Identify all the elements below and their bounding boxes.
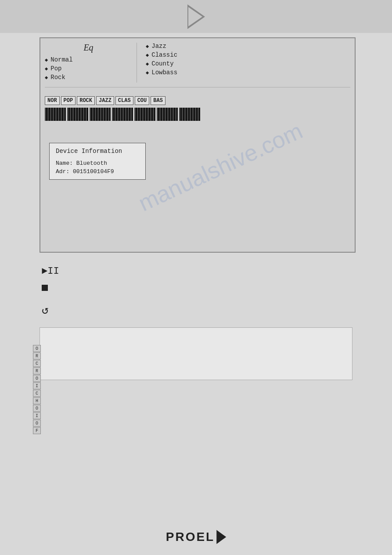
eq-item-rock[interactable]: ◆ Rock — [45, 74, 132, 81]
stop-icon[interactable] — [42, 285, 48, 291]
preset-btn-nor[interactable]: NOR — [45, 96, 60, 105]
eq-item-lowbass[interactable]: ◆ Lowbass — [146, 69, 177, 76]
device-info-adr: Adr: 0015100104F9 — [56, 168, 139, 175]
proel-text: PROEL — [166, 530, 215, 544]
play-pause-icon[interactable]: ►II — [42, 266, 59, 277]
eq-bar-3 — [90, 108, 111, 121]
chevron-icon — [187, 4, 205, 29]
proel-arrow-icon — [216, 530, 226, 544]
diamond-icon-lowbass: ◆ — [146, 69, 149, 76]
diamond-icon-normal: ◆ — [45, 57, 48, 63]
vert-char-1: R — [33, 352, 41, 359]
eq-label-lowbass: Lowbass — [151, 69, 177, 76]
eq-label-rock: Rock — [50, 74, 65, 81]
eq-item-normal[interactable]: ◆ Normal — [45, 56, 132, 63]
preset-btn-rock[interactable]: ROCK — [77, 96, 95, 105]
eq-section: Eq ◆ Normal ◆ Pop ◆ Rock ◆ Jazz — [45, 43, 350, 87]
diamond-icon-pop: ◆ — [45, 65, 48, 72]
eq-label-classic: Classic — [151, 51, 177, 58]
eq-bar-7 — [179, 108, 200, 121]
vert-char-0: O — [33, 345, 41, 352]
vert-char-8: O — [33, 405, 41, 412]
eq-left-panel: Eq ◆ Normal ◆ Pop ◆ Rock — [45, 43, 137, 83]
preset-btn-jazz[interactable]: JAZZ — [96, 96, 114, 105]
device-info-name: Name: Bluetooth — [56, 160, 139, 167]
eq-item-pop[interactable]: ◆ Pop — [45, 65, 132, 72]
vert-char-4: O — [33, 375, 41, 382]
display-box: Eq ◆ Normal ◆ Pop ◆ Rock ◆ Jazz — [40, 37, 356, 253]
eq-bar-1 — [45, 108, 66, 121]
diamond-icon-jazz: ◆ — [146, 43, 149, 50]
eq-item-county[interactable]: ◆ County — [146, 60, 177, 67]
eq-label-normal: Normal — [50, 56, 72, 63]
repeat-row: ↺ — [42, 303, 350, 317]
repeat-icon[interactable]: ↺ — [42, 303, 49, 317]
preset-btn-clas[interactable]: CLAS — [115, 96, 133, 105]
vert-char-6: C — [33, 390, 41, 397]
vert-char-7: H — [33, 397, 41, 404]
vert-icons: O R C R O I C H O I O F — [33, 345, 41, 435]
eq-label-pop: Pop — [50, 65, 61, 72]
top-bar — [0, 0, 392, 33]
proel-logo: PROEL — [166, 530, 226, 544]
stop-row — [42, 285, 350, 291]
device-info-box: Device Information Name: Bluetooth Adr: … — [49, 143, 146, 180]
vert-char-5: I — [33, 382, 41, 389]
vert-char-10: O — [33, 420, 41, 427]
eq-right-panel: ◆ Jazz ◆ Classic ◆ County ◆ Lowbass — [137, 43, 177, 83]
main-content: Eq ◆ Normal ◆ Pop ◆ Rock ◆ Jazz — [0, 33, 392, 264]
device-info-title: Device Information — [56, 148, 139, 155]
preset-btn-pop[interactable]: POP — [61, 96, 76, 105]
vert-char-2: C — [33, 360, 41, 367]
eq-bar-4 — [112, 108, 133, 121]
preset-btn-bas[interactable]: BAS — [151, 96, 165, 105]
diamond-icon-county: ◆ — [146, 61, 149, 67]
play-pause-row: ►II — [42, 266, 350, 277]
diamond-icon-classic: ◆ — [146, 52, 149, 58]
diamond-icon-rock: ◆ — [45, 74, 48, 81]
eq-bar-5 — [134, 108, 155, 121]
eq-label-county: County — [151, 60, 173, 67]
eq-bar-2 — [67, 108, 88, 121]
preset-buttons-row: NOR POP ROCK JAZZ CLAS COU BAS — [45, 96, 350, 105]
vert-char-11: F — [33, 427, 41, 434]
eq-presets-section: NOR POP ROCK JAZZ CLAS COU BAS — [45, 92, 350, 125]
device-info-section: Device Information Name: Bluetooth Adr: … — [45, 138, 350, 184]
vert-char-3: R — [33, 367, 41, 374]
vert-char-9: I — [33, 412, 41, 419]
eq-label-jazz: Jazz — [151, 43, 166, 50]
eq-bar-6 — [157, 108, 178, 121]
bottom-box — [40, 327, 352, 380]
controls-section: ►II ↺ — [0, 264, 392, 323]
eq-item-jazz[interactable]: ◆ Jazz — [146, 43, 177, 50]
eq-bars-row — [45, 108, 350, 121]
preset-btn-cou[interactable]: COU — [135, 96, 150, 105]
eq-item-classic[interactable]: ◆ Classic — [146, 51, 177, 58]
eq-title: Eq — [45, 43, 132, 53]
